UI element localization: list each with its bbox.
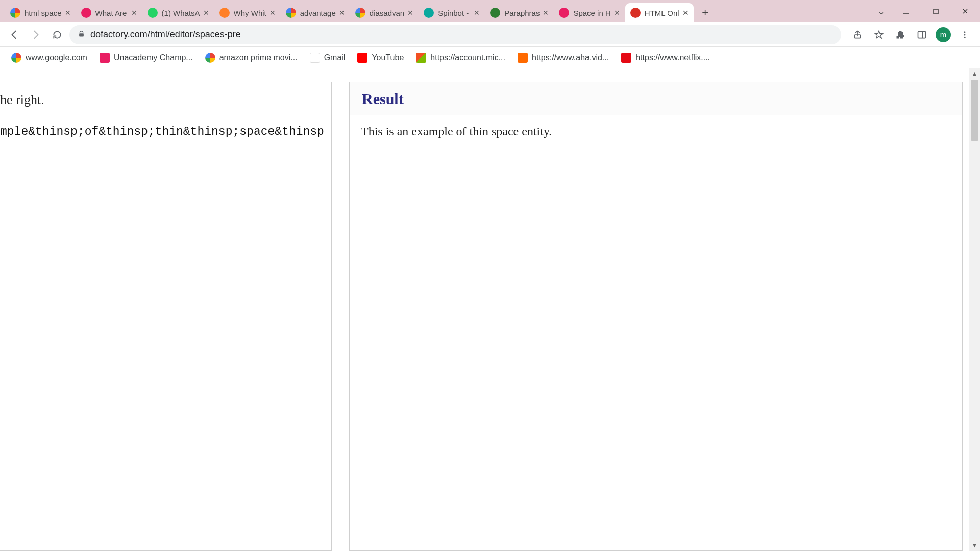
browser-tab[interactable]: Spinbot -✕ — [419, 3, 485, 22]
bookmark-favicon-icon — [310, 53, 320, 63]
extensions-button[interactable] — [890, 24, 911, 45]
tab-close-button[interactable]: ✕ — [64, 9, 72, 17]
tab-favicon-icon — [286, 8, 296, 18]
browser-tab[interactable]: (1) WhatsA✕ — [142, 3, 214, 22]
bookmark-item[interactable]: Gmail — [305, 49, 351, 66]
tab-title: HTML Onl — [645, 9, 679, 17]
tab-close-button[interactable]: ✕ — [202, 9, 210, 17]
bookmark-item[interactable]: https://www.netflix.... — [616, 49, 715, 66]
browser-tab[interactable]: advantage✕ — [281, 3, 350, 22]
svg-point-10 — [964, 36, 966, 38]
tab-close-button[interactable]: ✕ — [542, 9, 550, 17]
tab-close-button[interactable]: ✕ — [338, 9, 346, 17]
browser-tab[interactable]: Paraphras✕ — [485, 3, 554, 22]
window-controls: ⌄ — [871, 0, 980, 22]
avatar-initial: m — [940, 30, 947, 39]
reload-button[interactable] — [48, 26, 66, 44]
vertical-scrollbar[interactable]: ▲ ▼ — [969, 68, 980, 551]
tab-close-button[interactable]: ✕ — [268, 9, 277, 17]
browser-tab[interactable]: What Are✕ — [76, 3, 142, 22]
editor-code-text: mple&thinsp;of&thinsp;thin&thinsp;space&… — [0, 125, 327, 138]
browser-tab[interactable]: diasadvan✕ — [350, 3, 419, 22]
browser-tab[interactable]: html space✕ — [5, 3, 76, 22]
bookmark-label: https://account.mic... — [430, 53, 505, 62]
bookmark-item[interactable]: YouTube — [352, 49, 409, 66]
bookmark-star-button[interactable] — [869, 24, 889, 45]
bookmark-favicon-icon — [205, 53, 215, 63]
bookmark-item[interactable]: https://www.aha.vid... — [512, 49, 614, 66]
tab-close-button[interactable]: ✕ — [473, 9, 481, 17]
bookmark-item[interactable]: https://account.mic... — [411, 49, 510, 66]
tabs-container: html space✕What Are✕(1) WhatsA✕Why Whit✕… — [5, 3, 694, 22]
svg-point-8 — [964, 31, 966, 33]
bookmark-item[interactable]: amazon prime movi... — [200, 49, 303, 66]
browser-tab[interactable]: Space in H✕ — [554, 3, 625, 22]
bookmark-favicon-icon — [621, 53, 631, 63]
bookmark-favicon-icon — [11, 53, 21, 63]
tab-title: advantage — [300, 9, 336, 17]
tab-close-button[interactable]: ✕ — [681, 9, 690, 17]
tab-favicon-icon — [490, 8, 500, 18]
svg-rect-1 — [934, 9, 938, 14]
scroll-down-arrow[interactable]: ▼ — [969, 540, 980, 551]
page-content: he right. mple&thinsp;of&thinsp;thin&thi… — [0, 68, 980, 551]
tab-title: html space — [24, 9, 62, 17]
result-header: Result — [350, 82, 962, 115]
tab-close-button[interactable]: ✕ — [130, 9, 138, 17]
bookmark-label: https://www.netflix.... — [635, 53, 710, 62]
tab-search-button[interactable]: ⌄ — [871, 6, 891, 17]
tab-close-button[interactable]: ✕ — [406, 9, 414, 17]
scroll-up-arrow[interactable]: ▲ — [969, 68, 980, 80]
minimize-button[interactable] — [891, 0, 921, 22]
browser-tab[interactable]: Why Whit✕ — [214, 3, 281, 22]
tab-title: What Are — [95, 9, 128, 17]
tab-favicon-icon — [10, 8, 20, 18]
bookmark-item[interactable]: Unacademy Champ... — [94, 49, 198, 66]
panel-gap — [332, 68, 349, 551]
bookmark-favicon-icon — [357, 53, 368, 63]
bookmark-label: amazon prime movi... — [219, 53, 298, 62]
browser-tab[interactable]: HTML Onl✕ — [625, 3, 694, 22]
browser-toolbar: dofactory.com/html/editor/spaces-pre m — [0, 22, 980, 47]
url-text: dofactory.com/html/editor/spaces-pre — [90, 29, 241, 40]
side-panel-button[interactable] — [912, 24, 932, 45]
tab-close-button[interactable]: ✕ — [613, 9, 621, 17]
tab-favicon-icon — [559, 8, 569, 18]
tab-favicon-icon — [81, 8, 91, 18]
chrome-menu-button[interactable] — [954, 24, 975, 45]
bookmark-label: www.google.com — [26, 53, 87, 62]
tab-favicon-icon — [630, 8, 641, 18]
forward-button[interactable] — [27, 26, 45, 44]
bookmark-label: YouTube — [372, 53, 404, 62]
bookmark-favicon-icon — [416, 53, 426, 63]
address-bar[interactable]: dofactory.com/html/editor/spaces-pre — [69, 25, 841, 44]
tab-favicon-icon — [148, 8, 158, 18]
tab-title: diasadvan — [370, 9, 404, 17]
tab-favicon-icon — [355, 8, 365, 18]
maximize-button[interactable] — [921, 0, 950, 22]
svg-rect-4 — [79, 33, 84, 36]
result-body: This is an example of thin space entity. — [350, 115, 962, 550]
editor-layout: he right. mple&thinsp;of&thinsp;thin&thi… — [0, 68, 963, 551]
bookmark-item[interactable]: www.google.com — [6, 49, 92, 66]
editor-hint-text: he right. — [0, 92, 327, 108]
tab-favicon-icon — [424, 8, 434, 18]
share-button[interactable] — [847, 24, 868, 45]
tab-title: Why Whit — [234, 9, 266, 17]
bookmark-label: Gmail — [324, 53, 346, 62]
bookmarks-bar: www.google.comUnacademy Champ...amazon p… — [0, 47, 980, 68]
result-panel: Result This is an example of thin space … — [349, 82, 963, 551]
svg-point-9 — [964, 34, 966, 35]
toolbar-right-icons: m — [847, 24, 975, 45]
back-button[interactable] — [5, 26, 23, 44]
scroll-thumb[interactable] — [971, 80, 978, 141]
bookmark-label: Unacademy Champ... — [114, 53, 193, 62]
tab-title: Space in H — [573, 9, 610, 17]
tab-title: Spinbot - — [438, 9, 471, 17]
code-editor-panel[interactable]: he right. mple&thinsp;of&thinsp;thin&thi… — [0, 82, 332, 551]
browser-tabstrip: html space✕What Are✕(1) WhatsA✕Why Whit✕… — [0, 0, 980, 22]
tab-favicon-icon — [219, 8, 230, 18]
profile-avatar[interactable]: m — [933, 24, 953, 45]
close-window-button[interactable] — [950, 0, 980, 22]
new-tab-button[interactable]: + — [697, 4, 714, 21]
